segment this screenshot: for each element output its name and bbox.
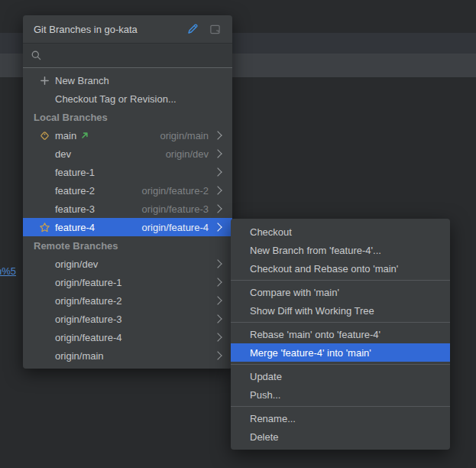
tracking-branch: origin/feature-3 — [142, 203, 209, 215]
menu-item[interactable]: Delete — [231, 427, 450, 446]
background-link[interactable]: h%5 — [0, 265, 16, 277]
menu-item[interactable]: Update — [231, 367, 450, 385]
branch-name: feature-2 — [55, 185, 95, 197]
open-in-window-icon[interactable] — [209, 23, 222, 36]
branch-row[interactable]: origin/feature-2 — [23, 291, 232, 310]
chevron-right-icon[interactable] — [213, 314, 222, 323]
menu-separator — [231, 280, 450, 281]
menu-separator — [231, 406, 450, 407]
menu-item[interactable]: Checkout and Rebase onto 'main' — [231, 259, 450, 278]
branch-name: main — [55, 130, 76, 141]
branch-name: feature-4 — [55, 222, 95, 233]
chevron-right-icon[interactable] — [213, 296, 222, 304]
icon-slot — [38, 258, 50, 270]
menu-separator — [231, 364, 450, 365]
git-branches-popup: Git Branches in go-kata New BranchChecko… — [23, 15, 232, 369]
plus-icon — [38, 74, 50, 86]
branch-row[interactable]: mainorigin/main — [23, 126, 232, 145]
chevron-right-icon[interactable] — [213, 186, 222, 194]
branch-row[interactable]: feature-3origin/feature-3 — [23, 200, 232, 218]
popup-title: Git Branches in go-kata — [34, 24, 176, 35]
branch-name: dev — [55, 148, 71, 160]
chevron-right-icon[interactable] — [213, 259, 222, 268]
chevron-right-icon[interactable] — [213, 204, 222, 213]
icon-slot — [38, 313, 50, 325]
icon-slot — [38, 331, 50, 343]
tracking-branch: origin/main — [160, 130, 209, 141]
search-icon — [31, 50, 42, 61]
action-label: New Branch — [55, 75, 109, 86]
section-header-label: Local Branches — [34, 112, 108, 123]
branch-name: origin/dev — [55, 258, 98, 270]
chevron-right-icon[interactable] — [213, 333, 222, 341]
menu-separator — [231, 322, 450, 323]
menu-item[interactable]: Compare with 'main' — [231, 283, 450, 301]
branch-name: origin/feature-1 — [55, 277, 121, 288]
tracking-branch: origin/feature-2 — [142, 185, 209, 197]
tracking-branch: origin/feature-4 — [142, 222, 209, 233]
action-item[interactable]: Checkout Tag or Revision... — [23, 89, 232, 108]
chevron-right-icon[interactable] — [213, 223, 222, 231]
branch-name: origin/feature-4 — [55, 332, 121, 343]
menu-item[interactable]: Rebase 'main' onto 'feature-4' — [231, 325, 450, 343]
branch-row[interactable]: origin/dev — [23, 255, 232, 273]
menu-item[interactable]: Checkout — [231, 223, 450, 241]
icon-slot — [38, 166, 50, 178]
menu-item[interactable]: Show Diff with Working Tree — [231, 301, 450, 320]
menu-item[interactable]: New Branch from 'feature-4'... — [231, 241, 450, 259]
menu-item[interactable]: Rename... — [231, 409, 450, 427]
chevron-right-icon[interactable] — [213, 351, 222, 359]
branch-list: New BranchCheckout Tag or Revision...Loc… — [23, 68, 232, 369]
context-menu: CheckoutNew Branch from 'feature-4'...Ch… — [231, 219, 450, 450]
icon-slot — [38, 184, 50, 197]
branch-row[interactable]: origin/main — [23, 346, 232, 365]
icon-slot — [38, 349, 50, 362]
tag-icon — [38, 129, 50, 141]
star-icon — [38, 221, 50, 233]
chevron-right-icon[interactable] — [213, 149, 222, 158]
action-label: Checkout Tag or Revision... — [55, 93, 176, 105]
chevron-right-icon[interactable] — [213, 278, 222, 286]
icon-slot — [38, 294, 50, 307]
branch-name: feature-3 — [55, 203, 95, 215]
branch-name: feature-1 — [55, 167, 95, 178]
icon-slot — [38, 276, 50, 288]
popup-header: Git Branches in go-kata — [23, 15, 232, 43]
search-input[interactable] — [47, 49, 225, 62]
icon-slot — [38, 148, 50, 160]
branch-name: origin/main — [55, 350, 104, 362]
action-item[interactable]: New Branch — [23, 71, 232, 89]
branch-row[interactable]: origin/feature-1 — [23, 273, 232, 291]
branch-name: origin/feature-2 — [55, 295, 121, 307]
branch-row[interactable]: origin/feature-4 — [23, 328, 232, 346]
section-header-label: Remote Branches — [34, 240, 118, 252]
edit-pencil-icon[interactable] — [186, 23, 199, 36]
icon-slot — [38, 203, 50, 215]
tracking-branch: origin/dev — [166, 148, 209, 160]
branch-row[interactable]: feature-4origin/feature-4 — [23, 218, 232, 236]
section-header: Remote Branches — [23, 236, 232, 255]
menu-item[interactable]: Merge 'feature-4' into 'main' — [231, 343, 450, 362]
branch-row[interactable]: devorigin/dev — [23, 145, 232, 163]
search-bar — [23, 43, 232, 68]
branch-row[interactable]: origin/feature-3 — [23, 310, 232, 328]
chevron-right-icon[interactable] — [213, 131, 222, 139]
icon-slot — [38, 93, 50, 105]
chevron-right-icon[interactable] — [213, 167, 222, 176]
branch-row[interactable]: feature-1 — [23, 163, 232, 181]
branch-name: origin/feature-3 — [55, 314, 121, 325]
menu-item[interactable]: Push... — [231, 385, 450, 404]
arrow-up-right-icon — [80, 131, 89, 140]
branch-row[interactable]: feature-2origin/feature-2 — [23, 181, 232, 200]
section-header: Local Branches — [23, 108, 232, 126]
